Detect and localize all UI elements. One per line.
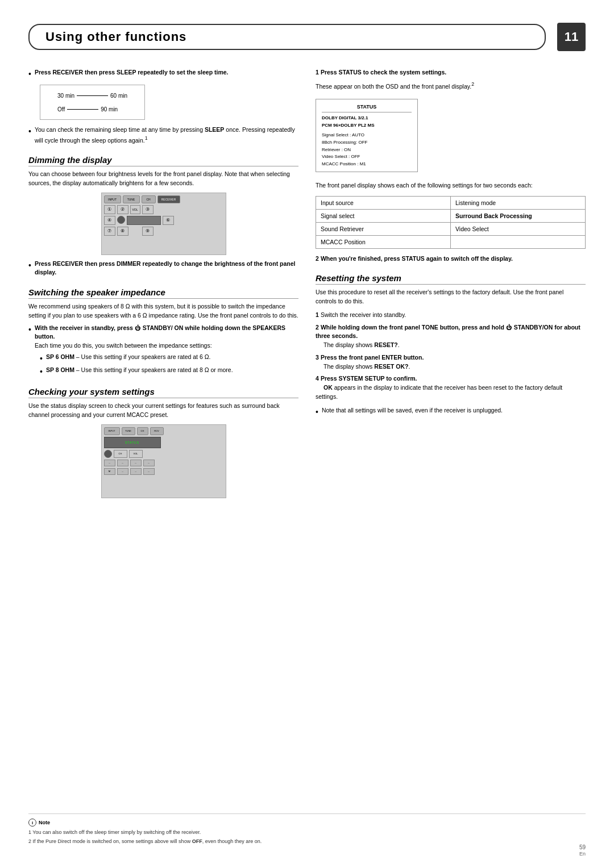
panel-spacer [130, 227, 140, 236]
status-line5: Retriever : ON [322, 147, 412, 154]
cp-row3-1: -- [104, 460, 115, 466]
reset-step-1-text: Switch the receiver into standby. [321, 311, 406, 318]
cp-row3-4: -- [143, 460, 155, 466]
reset-step-3-text: Press the front panel ENTER button. The … [316, 354, 424, 370]
right-column: 1 Press STATUS to check the system setti… [316, 68, 586, 503]
panel-num-8: ⑧ [117, 227, 128, 236]
step-2-note-num: 2 [316, 255, 319, 262]
diag-line-1 [77, 95, 108, 96]
panel-num-6: ⑥ [163, 216, 174, 225]
sp8-text: SP 8 OHM – Use this setting if your spea… [46, 366, 298, 375]
status-line6: Video Select : OFF [322, 153, 412, 161]
footnote-1: 1 You can also switch off the sleep time… [28, 829, 586, 837]
checking-panel-container: INPUT TUNE CH RCV STATUS CH VOL -- [28, 424, 298, 498]
panel-btn-3: CH [142, 195, 156, 203]
panel-btn-2: TUNE [123, 195, 140, 203]
step-1-body: These appear on both the OSD and the fro… [316, 81, 586, 91]
reset-step-1-num: 1 [316, 311, 319, 318]
cp-row4-4: -- [143, 468, 155, 475]
status-display-box: STATUS DOLBY DIGITAL 3/2.1 PCM 96×DOLBY … [316, 99, 418, 172]
diag-off: Off [57, 106, 65, 112]
dimming-panel-container: INPUT TUNE CH RECEIVER ① ② VOL ③ ④ [28, 193, 298, 255]
diag-60min: 60 min [110, 93, 127, 99]
standby-bullet-text: With the receiver in standby, press ⏻ ST… [35, 324, 298, 350]
reset-step-4-num: 4 [316, 375, 319, 382]
left-column: • Press RECEIVER then press SLEEP repeat… [28, 68, 298, 503]
cp-btn-4: RCV [150, 427, 164, 435]
front-panel-body: The front panel display shows each of th… [316, 181, 586, 190]
table-cell-2-2: Surround Back Processing [451, 209, 586, 222]
diag-30min: 30 min [57, 93, 74, 99]
panel-display-area [127, 216, 161, 225]
header-bar: Using other functions 11 [28, 23, 586, 51]
reset-step-2-num: 2 [316, 324, 319, 331]
status-line7: MCACC Position : M1 [322, 161, 412, 168]
reset-bullet-dot: • [316, 407, 318, 417]
step-1-text: Press STATUS to check the system setting… [321, 69, 446, 76]
panel-num-3: ③ [142, 205, 154, 214]
page-title: Using other functions [28, 24, 546, 50]
cp-btn-6: VOL [129, 450, 143, 458]
sleep-bold: Press RECEIVER then press SLEEP repeated… [35, 69, 229, 76]
diag-row-1: 30 min 60 min [57, 90, 127, 101]
table-cell-4-1: MCACC Position [316, 235, 451, 248]
cp-btn-3: CH [137, 427, 148, 435]
bullet-dot-2: • [28, 126, 31, 136]
panel-num-4: ④ [104, 216, 115, 225]
step-2-note-text: When you're finished, press STATUS again… [321, 255, 513, 262]
impedance-list: • SP 6 OHM – Use this setting if your sp… [40, 353, 298, 377]
reset-final-bullet: • Note that all settings will be saved, … [316, 406, 586, 417]
diag-90min: 90 min [101, 106, 118, 112]
resetting-body: Use this procedure to reset all the rece… [316, 288, 586, 306]
table-cell-4-2 [451, 235, 586, 248]
dimming-bullet-text: Press RECEIVER then press DIMMER repeate… [35, 260, 298, 278]
bullet-dot: • [28, 69, 31, 79]
standby-bullet: • With the receiver in standby, press ⏻ … [28, 324, 298, 350]
table-cell-2-1: Signal select [316, 209, 451, 222]
checking-title: Checking your system settings [28, 387, 298, 398]
cp-display: STATUS [104, 437, 161, 448]
panel-receiver-btn: RECEIVER [157, 195, 180, 203]
switching-body: We recommend using speakers of 8 Ω with … [28, 302, 298, 320]
dimming-body: You can choose between four brightness l… [28, 170, 298, 188]
sleep-bullet-2-text: You can check the remaining sleep time a… [35, 126, 298, 145]
table-cell-3-2: Video Select [451, 222, 586, 235]
cp-circle [104, 450, 112, 458]
chapter-number: 11 [557, 23, 586, 51]
sleep-bullet-2: • You can check the remaining sleep time… [28, 126, 298, 145]
sp8-item: • SP 8 OHM – Use this setting if your sp… [40, 366, 298, 377]
table-row-2: Signal select Surround Back Processing [316, 209, 586, 222]
sp6-item: • SP 6 OHM – Use this setting if your sp… [40, 353, 298, 364]
cp-btn-2: TUNE [122, 427, 135, 435]
reset-step-1: 1 Switch the receiver into standby. [316, 311, 586, 320]
table-cell-1-1: Input source [316, 196, 451, 209]
table-row-4: MCACC Position [316, 235, 586, 248]
page-footer: 59 En [579, 844, 586, 857]
panel-num-1: ① [104, 205, 115, 214]
panel-num-2: ② [117, 205, 128, 214]
panel-num-9: ⑨ [142, 227, 154, 236]
footnote-area: i Note 1 You can also switch off the sle… [28, 813, 586, 845]
diag-row-2: Off 90 min [57, 103, 127, 115]
settings-table: Input source Listening mode Signal selec… [316, 196, 586, 249]
diag-line-2 [67, 109, 98, 110]
cp-row3-2: -- [117, 460, 128, 466]
cp-btn-1: INPUT [104, 427, 120, 435]
note-icon: i [28, 819, 36, 827]
resetting-title: Resetting the system [316, 273, 586, 285]
reset-step-4: 4 Press SYSTEM SETUP to confirm. OK appe… [316, 374, 586, 401]
reset-step-3-num: 3 [316, 354, 319, 361]
status-line3: Signal Select : AUTO [322, 132, 412, 139]
step-2-note: 2 When you're finished, press STATUS aga… [316, 254, 586, 264]
dimming-bullet: • Press RECEIVER then press DIMMER repea… [28, 260, 298, 278]
table-cell-3-1: Sound Retriever [316, 222, 451, 235]
footnote-note-header: i Note [28, 819, 586, 827]
sp8-dot: • [40, 366, 43, 377]
sp6-text: SP 6 OHM – Use this setting if your spea… [46, 353, 298, 362]
cp-row4-1: M [104, 468, 115, 475]
checking-panel-image: INPUT TUNE CH RCV STATUS CH VOL -- [101, 424, 226, 498]
cp-row3-3: -- [130, 460, 142, 466]
switching-title: Switching the speaker impedance [28, 287, 298, 299]
sleep-bullet-1-text: Press RECEIVER then press SLEEP repeated… [35, 68, 298, 77]
panel-btn-1: INPUT [104, 195, 121, 203]
